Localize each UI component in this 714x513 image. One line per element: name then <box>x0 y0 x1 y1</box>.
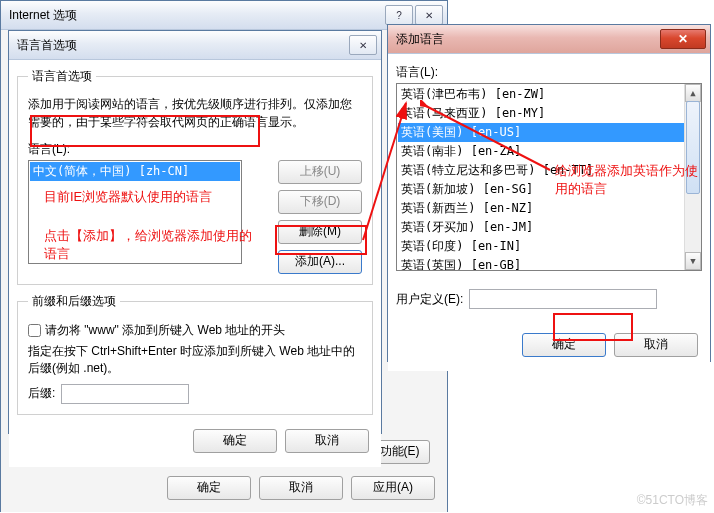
add-button[interactable]: 添加(A)... <box>278 250 362 274</box>
www-checkbox-row[interactable]: 请勿将 "www" 添加到所键入 Web 地址的开头 <box>28 322 362 339</box>
lang-label: 语言(L): <box>396 64 702 81</box>
list-item[interactable]: 英语(新西兰) [en-NZ] <box>398 199 685 218</box>
list-item[interactable]: 英语(津巴布韦) [en-ZW] <box>398 85 685 104</box>
suffix-input[interactable] <box>61 384 189 404</box>
list-item[interactable]: 英语(马来西亚) [en-MY] <box>398 104 685 123</box>
close-button[interactable]: ✕ <box>349 35 377 55</box>
list-item[interactable]: 英语(印度) [en-IN] <box>398 237 685 256</box>
list-item[interactable]: 英语(英国) [en-GB] <box>398 256 685 271</box>
list-item[interactable]: 中文(简体，中国) [zh-CN] <box>30 162 240 181</box>
add-language-window: 添加语言 ✕ 语言(L): ▲ ▼ 英语(津巴布韦) [en-ZW]英语(马来西… <box>387 24 711 362</box>
cancel-button[interactable]: 取消 <box>614 333 698 357</box>
window-title: 语言首选项 <box>17 37 347 54</box>
apply-button[interactable]: 应用(A) <box>351 476 435 500</box>
user-defined-label: 用户定义(E): <box>396 291 463 308</box>
list-item[interactable]: 英语(牙买加) [en-JM] <box>398 218 685 237</box>
group-legend: 前缀和后缀选项 <box>28 293 120 310</box>
move-up-button[interactable]: 上移(U) <box>278 160 362 184</box>
move-down-button[interactable]: 下移(D) <box>278 190 362 214</box>
window-title: 添加语言 <box>396 31 658 48</box>
close-button[interactable]: ✕ <box>415 5 443 25</box>
delete-button[interactable]: 删除(M) <box>278 220 362 244</box>
list-item[interactable]: 英语(新加坡) [en-SG] <box>398 180 685 199</box>
scroll-thumb[interactable] <box>686 101 700 194</box>
titlebar: 添加语言 ✕ <box>388 25 710 54</box>
description: 添加用于阅读网站的语言，按优先级顺序进行排列。仅添加您需要的，由于某些字符会取代… <box>28 95 362 131</box>
www-checkbox[interactable] <box>28 324 41 337</box>
cancel-button[interactable]: 取消 <box>285 429 369 453</box>
list-item[interactable]: 英语(特立尼达和多巴哥) [en-TT] <box>398 161 685 180</box>
group-legend: 语言首选项 <box>28 68 96 85</box>
titlebar: 语言首选项 ✕ <box>9 31 381 60</box>
language-listbox[interactable]: 中文(简体，中国) [zh-CN] <box>28 160 242 264</box>
prefix-suffix-group: 前缀和后缀选项 请勿将 "www" 添加到所键入 Web 地址的开头 指定在按下… <box>17 293 373 415</box>
user-defined-input[interactable] <box>469 289 657 309</box>
ok-button[interactable]: 确定 <box>167 476 251 500</box>
ok-button[interactable]: 确定 <box>193 429 277 453</box>
list-item[interactable]: 英语(南非) [en-ZA] <box>398 142 685 161</box>
suffix-desc: 指定在按下 Ctrl+Shift+Enter 时应添加到所键入 Web 地址中的… <box>28 343 362 378</box>
window-title: Internet 选项 <box>9 7 383 24</box>
suffix-label: 后缀: <box>28 385 55 402</box>
cancel-button[interactable]: 取消 <box>259 476 343 500</box>
scroll-down-icon[interactable]: ▼ <box>685 252 701 270</box>
lang-prefs-group: 语言首选项 添加用于阅读网站的语言，按优先级顺序进行排列。仅添加您需要的，由于某… <box>17 68 373 285</box>
scrollbar[interactable]: ▲ ▼ <box>684 84 701 270</box>
ok-button[interactable]: 确定 <box>522 333 606 357</box>
titlebar: Internet 选项 ? ✕ <box>1 1 447 30</box>
language-prefs-window: 语言首选项 ✕ 语言首选项 添加用于阅读网站的语言，按优先级顺序进行排列。仅添加… <box>8 30 382 434</box>
scroll-up-icon[interactable]: ▲ <box>685 84 701 102</box>
help-button[interactable]: ? <box>385 5 413 25</box>
add-language-listbox[interactable]: ▲ ▼ 英语(津巴布韦) [en-ZW]英语(马来西亚) [en-MY]英语(美… <box>396 83 702 271</box>
close-button[interactable]: ✕ <box>660 29 706 49</box>
list-item[interactable]: 英语(美国) [en-US] <box>398 123 685 142</box>
watermark: ©51CTO博客 <box>637 492 708 509</box>
lang-label: 语言(L): <box>28 141 238 158</box>
checkbox-label: 请勿将 "www" 添加到所键入 Web 地址的开头 <box>45 322 285 339</box>
